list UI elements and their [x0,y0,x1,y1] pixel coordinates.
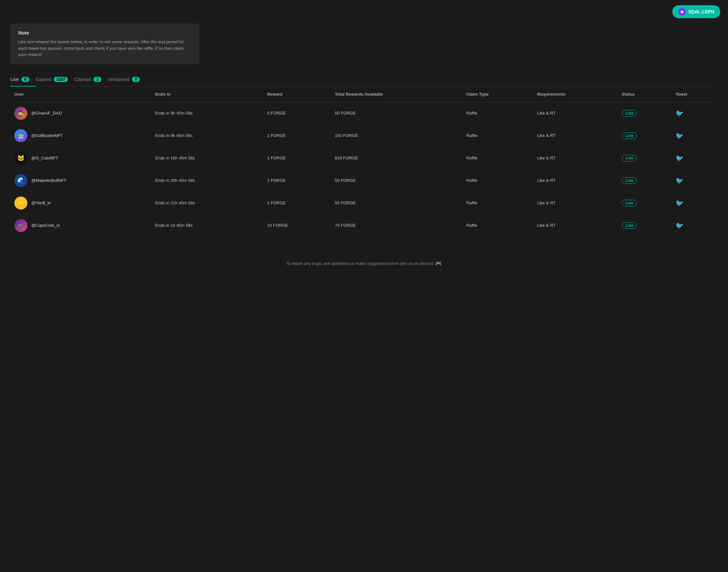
table-row: 🎮 @CapsClub_io Ends in 1d 45m 58s 10 FOR… [10,214,718,236]
table-row: 🤖 @SolBookieNFT Ends in 9h 45m 58s 1 FOR… [10,124,718,147]
header: ◈ 5ZxK..LEPN [0,0,728,23]
wallet-address: 5ZxK..LEPN [688,9,714,14]
cell-tweet-2[interactable]: 🐦 [672,147,718,169]
tab-expired[interactable]: Expired 1207 [36,74,74,86]
cell-requirements-2: Like & RT [533,147,618,169]
username-2: @G_CatsNFT [31,155,58,160]
username-3: @MajesticBullNFT [31,178,66,183]
username-5: @CapsClub_io [31,223,60,228]
discord-icon: 🎮 [435,260,442,267]
cell-status-4: Live [618,192,672,214]
avatar-1: 🤖 [14,129,27,142]
cell-tweet-0[interactable]: 🐦 [672,102,718,124]
tab-unclaimed[interactable]: Unclaimed 0 [108,74,146,86]
cell-total-rewards-4: 50 FORGE [331,192,463,214]
cell-reward-2: 1 FORGE [263,147,331,169]
tab-claimed-label: Claimed [74,77,91,82]
twitter-icon-4[interactable]: 🐦 [676,200,684,207]
table-row: 🪙 @Yenft_io Ends in 21h 45m 58s 1 FORGE … [10,192,718,214]
status-badge-2: Live [622,155,637,161]
cell-claim-type-1: Raffle [463,124,533,147]
cell-total-rewards-2: 819 FORGE [331,147,463,169]
avatar-4: 🪙 [14,197,27,210]
cell-tweet-5[interactable]: 🐦 [672,214,718,236]
cell-claim-type-2: Raffle [463,147,533,169]
cell-ends-in-4: Ends in 21h 45m 58s [151,192,263,214]
footer-text: To report any bugs, ask questions or mak… [286,260,442,267]
main-content: Note Like and retweet the tweets below, … [0,23,728,247]
twitter-icon-1[interactable]: 🐦 [676,132,684,139]
cell-requirements-4: Like & RT [533,192,618,214]
tab-claimed-badge: 1 [94,77,101,82]
cell-requirements-0: Like & RT [533,102,618,124]
tab-claimed[interactable]: Claimed 1 [74,74,108,86]
tab-unclaimed-badge: 0 [132,77,140,82]
cell-claim-type-3: Raffle [463,169,533,192]
twitter-icon-2[interactable]: 🐦 [676,154,684,162]
col-ends-in: Ends In [151,86,263,102]
username-4: @Yenft_io [31,200,51,205]
tab-live-label: Live [10,77,19,82]
cell-total-rewards-3: 50 FORGE [331,169,463,192]
cell-claim-type-4: Raffle [463,192,533,214]
cell-reward-1: 1 FORGE [263,124,331,147]
avatar-2: 🐱 [14,152,27,165]
username-1: @SolBookieNFT [31,133,63,138]
cell-user-3: 🌊 @MajesticBullNFT [10,169,151,192]
cell-status-1: Live [618,124,672,147]
status-badge-0: Live [622,110,637,117]
cell-status-0: Live [618,102,672,124]
cell-user-1: 🤖 @SolBookieNFT [10,124,151,147]
cell-reward-5: 10 FORGE [263,214,331,236]
tab-live[interactable]: Live 6 [10,74,36,86]
col-reward: Reward [263,86,331,102]
col-tweet: Tweet [672,86,718,102]
wallet-icon: ◈ [678,8,686,16]
cell-user-5: 🎮 @CapsClub_io [10,214,151,236]
cell-requirements-3: Like & RT [533,169,618,192]
tab-expired-badge: 1207 [54,77,68,82]
cell-reward-3: 1 FORGE [263,169,331,192]
wallet-button[interactable]: ◈ 5ZxK..LEPN [672,5,720,18]
cell-requirements-5: Like & RT [533,214,618,236]
cell-tweet-1[interactable]: 🐦 [672,124,718,147]
cell-total-rewards-5: 70 FORGE [331,214,463,236]
cell-claim-type-5: Raffle [463,214,533,236]
status-badge-3: Live [622,177,637,184]
avatar-3: 🌊 [14,174,27,187]
table-container: User Ends In Reward Total Rewards Availa… [10,86,718,237]
col-requirements: Requirements [533,86,618,102]
tab-live-badge: 6 [21,77,29,82]
tab-unclaimed-label: Unclaimed [108,77,129,82]
cell-requirements-1: Like & RT [533,124,618,147]
twitter-icon-0[interactable]: 🐦 [676,110,684,117]
cell-user-2: 🐱 @G_CatsNFT [10,147,151,169]
tabs-bar: Live 6 Expired 1207 Claimed 1 Unclaimed … [10,74,718,86]
col-total-rewards: Total Rewards Available [331,86,463,102]
cell-tweet-4[interactable]: 🐦 [672,192,718,214]
cell-total-rewards-0: 50 FORGE [331,102,463,124]
avatar-0: 🧙 [14,107,27,120]
col-user: User [10,86,151,102]
cell-ends-in-1: Ends in 9h 45m 58s [151,124,263,147]
note-text: Like and retweet the tweets below, in or… [18,39,191,58]
username-0: @GnarAF_DAO [31,111,62,116]
avatar-5: 🎮 [14,219,27,232]
status-badge-4: Live [622,200,637,206]
footer: To report any bugs, ask questions or mak… [0,247,728,273]
cell-user-4: 🪙 @Yenft_io [10,192,151,214]
cell-tweet-3[interactable]: 🐦 [672,169,718,192]
twitter-icon-3[interactable]: 🐦 [676,177,684,184]
cell-ends-in-2: Ends in 16h 45m 58s [151,147,263,169]
cell-status-2: Live [618,147,672,169]
cell-user-0: 🧙 @GnarAF_DAO [10,102,151,124]
tab-expired-label: Expired [36,77,51,82]
table-row: 🧙 @GnarAF_DAO Ends in 9h 45m 58s 5 FORGE… [10,102,718,124]
table-row: 🌊 @MajesticBullNFT Ends in 20h 45m 58s 1… [10,169,718,192]
cell-claim-type-0: Raffle [463,102,533,124]
cell-reward-0: 5 FORGE [263,102,331,124]
table-header-row: User Ends In Reward Total Rewards Availa… [10,86,718,102]
twitter-icon-5[interactable]: 🐦 [676,222,684,229]
rewards-table: User Ends In Reward Total Rewards Availa… [10,86,718,237]
cell-total-rewards-1: 150 FORGE [331,124,463,147]
